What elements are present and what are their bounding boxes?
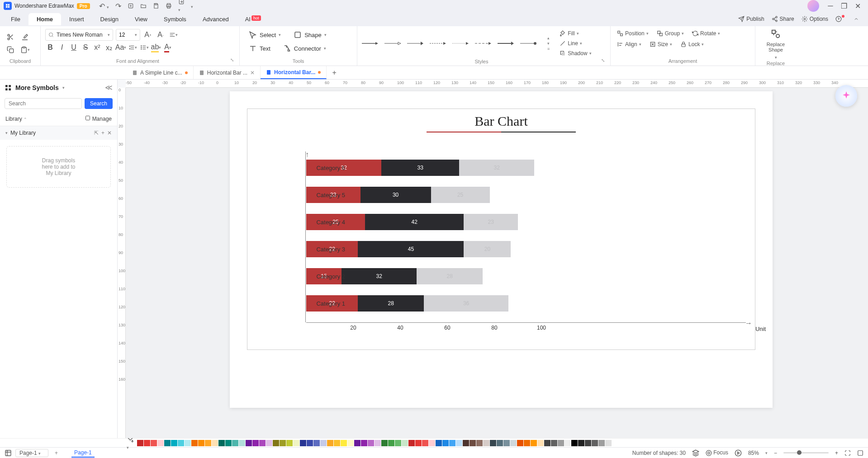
menu-advanced[interactable]: Advanced (194, 13, 237, 25)
bullet-list-button[interactable]: ▾ (139, 42, 149, 52)
color-swatch[interactable] (361, 440, 367, 446)
color-swatch[interactable] (408, 440, 415, 446)
export-button[interactable]: ▾ (178, 0, 185, 13)
bar-segment[interactable]: 42 (365, 214, 464, 230)
color-swatch[interactable] (375, 440, 381, 446)
presentation-icon[interactable] (735, 449, 742, 457)
tab-close[interactable]: ✕ (250, 70, 255, 76)
color-swatch[interactable] (354, 440, 360, 446)
bar-segment[interactable]: 20 (464, 241, 511, 257)
font-family-select[interactable]: Times New Roman▾ (45, 29, 113, 41)
shadow-button[interactable]: Shadow▾ (558, 49, 593, 58)
color-swatch[interactable] (218, 440, 225, 446)
color-swatch[interactable] (327, 440, 333, 446)
align-button[interactable]: Align▾ (615, 40, 643, 49)
color-swatch[interactable] (205, 440, 211, 446)
text-tool[interactable]: Text (244, 42, 275, 54)
bar-segment[interactable]: 36 (424, 295, 508, 312)
styles-scroll-up[interactable]: ▴ (547, 36, 550, 40)
share-button[interactable]: Share (772, 16, 794, 22)
color-swatch[interactable] (171, 440, 177, 446)
page-tab[interactable]: Page-1 (71, 449, 95, 458)
color-swatch[interactable] (388, 440, 394, 446)
color-swatch[interactable] (558, 440, 564, 446)
styles-scroll-down[interactable]: ▾ (547, 41, 550, 46)
font-color-button[interactable]: A▾ (163, 42, 173, 52)
color-swatch[interactable] (266, 440, 272, 446)
menu-symbols[interactable]: Symbols (156, 13, 194, 25)
library-dropdown[interactable]: Library ⌃ (5, 116, 27, 122)
zoom-in-button[interactable]: + (835, 450, 838, 456)
publish-button[interactable]: Publish (738, 16, 764, 22)
bar-segment[interactable]: 25 (431, 187, 490, 203)
select-tool[interactable]: Select▾ (244, 29, 285, 41)
color-swatch[interactable] (212, 440, 218, 446)
ai-assistant-button[interactable] (835, 85, 857, 107)
styles-dialog-launcher[interactable]: ⤡ (601, 58, 606, 66)
bar-segment[interactable]: 30 (360, 187, 431, 203)
bold-button[interactable]: B (45, 42, 55, 52)
color-swatch[interactable] (564, 440, 571, 446)
menu-ai[interactable]: AIhot (237, 13, 269, 25)
color-swatch[interactable] (334, 440, 340, 446)
position-button[interactable]: Position▾ (615, 29, 650, 38)
color-swatch[interactable] (470, 440, 476, 446)
color-swatch[interactable] (198, 440, 204, 446)
color-swatch[interactable] (381, 440, 388, 446)
color-swatch[interactable] (164, 440, 171, 446)
my-library-header[interactable]: ▾My Library ⇱ + ✕ (0, 126, 117, 140)
format-painter-button[interactable] (19, 31, 31, 43)
page[interactable]: Bar Chart ↑ Category 6323332Category 523… (230, 91, 773, 408)
menu-design[interactable]: Design (92, 13, 127, 25)
line-spacing-button[interactable]: ▾ (128, 42, 138, 52)
manage-library-button[interactable]: Manage (85, 115, 112, 122)
color-swatch[interactable] (551, 440, 557, 446)
open-button[interactable] (140, 3, 147, 9)
save-button[interactable] (153, 3, 159, 9)
add-page-button[interactable]: + (55, 450, 58, 456)
color-swatch[interactable] (225, 440, 232, 446)
color-swatch[interactable] (422, 440, 428, 446)
color-swatch[interactable] (320, 440, 327, 446)
color-swatch[interactable] (537, 440, 544, 446)
menu-file[interactable]: File (3, 13, 28, 25)
color-swatch[interactable] (544, 440, 550, 446)
size-button[interactable]: Size▾ (648, 40, 674, 49)
add-tab-button[interactable]: + (327, 69, 342, 77)
color-swatch[interactable] (259, 440, 266, 446)
symbol-dropzone[interactable]: Drag symbols here to add to My Library (6, 146, 111, 188)
increase-font-button[interactable]: A+ (143, 30, 153, 40)
fill-button[interactable]: Fill▾ (558, 29, 593, 38)
help-button[interactable] (835, 16, 846, 22)
color-swatch[interactable] (578, 440, 584, 446)
line-button[interactable]: Line▾ (558, 39, 593, 48)
color-swatch[interactable] (497, 440, 503, 446)
color-swatch[interactable] (483, 440, 489, 446)
bar-row[interactable]: Category 4254223 (306, 214, 746, 230)
color-swatch[interactable] (429, 440, 435, 446)
highlight-button[interactable]: ab▾ (151, 42, 161, 52)
bar-segment[interactable]: 23 (464, 214, 518, 230)
color-swatch[interactable] (598, 440, 605, 446)
mylib-add-icon[interactable]: + (101, 130, 104, 136)
connector-tool[interactable]: Connector▾ (279, 42, 331, 54)
color-swatch[interactable] (456, 440, 462, 446)
maximize-button[interactable]: ❐ (837, 0, 851, 12)
new-button[interactable] (128, 3, 134, 9)
color-swatch[interactable] (178, 440, 184, 446)
shape-tool[interactable]: Shape▾ (289, 29, 331, 41)
replace-shape-button[interactable]: Replace Shape (767, 42, 785, 52)
color-swatch[interactable] (137, 440, 143, 446)
fit-page-icon[interactable] (844, 450, 851, 456)
strikethrough-button[interactable]: S (81, 42, 90, 52)
color-swatch[interactable] (585, 440, 591, 446)
zoom-out-button[interactable]: − (774, 450, 777, 456)
bar-segment[interactable]: 32 (342, 268, 417, 284)
canvas[interactable]: Bar Chart ↑ Category 6323332Category 523… (126, 88, 868, 438)
bar-segment[interactable]: 28 (358, 295, 424, 312)
layers-icon[interactable] (692, 449, 699, 457)
collapse-sidebar-button[interactable]: ≪ (105, 83, 113, 92)
copy-button[interactable] (5, 44, 16, 56)
connector-styles-gallery[interactable] (362, 41, 536, 46)
bar-row[interactable]: Category 3224520 (306, 241, 746, 257)
